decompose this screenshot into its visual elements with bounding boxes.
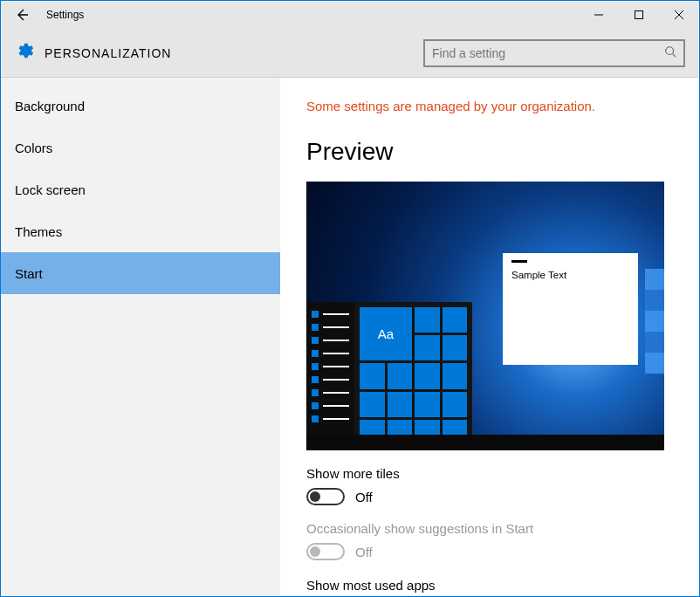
sidebar-item-background[interactable]: Background <box>1 85 280 127</box>
sample-window: Sample Text <box>503 253 638 365</box>
gear-icon <box>15 41 34 65</box>
minimize-button[interactable] <box>579 1 619 29</box>
sidebar: Background Colors Lock screen Themes Sta… <box>1 78 280 597</box>
svg-line-5 <box>673 54 676 58</box>
mini-taskbar <box>306 435 664 450</box>
close-button[interactable] <box>659 1 699 29</box>
sidebar-item-label: Colors <box>15 141 52 155</box>
sidebar-item-colors[interactable]: Colors <box>1 127 280 168</box>
toggle-show-more-tiles[interactable] <box>306 488 345 505</box>
setting-label: Occasionally show suggestions in Start <box>306 521 673 536</box>
titlebar: Settings <box>1 1 699 29</box>
sample-window-accent <box>511 260 527 263</box>
sidebar-item-label: Themes <box>15 224 62 239</box>
setting-label: Show more tiles <box>306 466 673 481</box>
sample-window-text: Sample Text <box>511 270 629 280</box>
sidebar-item-label: Lock screen <box>15 182 86 197</box>
sidebar-item-label: Start <box>15 266 43 281</box>
tile-aa: Aa <box>360 307 412 360</box>
toggle-suggestions <box>306 543 345 560</box>
search-box[interactable] <box>423 39 685 67</box>
sidebar-item-label: Background <box>15 99 85 113</box>
toggle-state: Off <box>355 545 373 559</box>
preview-box: Sample Text Aa <box>306 182 664 450</box>
setting-most-used-apps-label: Show most used apps <box>306 578 673 593</box>
sidebar-item-lock-screen[interactable]: Lock screen <box>1 168 280 210</box>
sidebar-item-start[interactable]: Start <box>1 252 280 294</box>
svg-point-4 <box>666 47 674 55</box>
mini-start-menu: Aa <box>306 302 472 450</box>
content: Some settings are managed by your organi… <box>280 78 699 597</box>
managed-notice: Some settings are managed by your organi… <box>306 99 673 113</box>
setting-suggestions: Occasionally show suggestions in Start O… <box>306 521 673 560</box>
toggle-state: Off <box>355 490 373 504</box>
back-button[interactable] <box>1 8 43 22</box>
sidebar-item-themes[interactable]: Themes <box>1 210 280 252</box>
mini-start-tiles: Aa <box>354 302 472 450</box>
maximize-button[interactable] <box>619 1 659 29</box>
search-input[interactable] <box>432 46 664 60</box>
mini-start-list <box>306 302 354 450</box>
window-title: Settings <box>43 9 579 21</box>
svg-rect-1 <box>635 10 643 18</box>
windows-logo-stripes <box>645 269 664 374</box>
setting-show-more-tiles: Show more tiles Off <box>306 466 673 505</box>
preview-heading: Preview <box>306 138 673 166</box>
header: PERSONALIZATION <box>1 29 699 78</box>
section-title: PERSONALIZATION <box>45 46 423 60</box>
search-icon <box>664 45 676 60</box>
